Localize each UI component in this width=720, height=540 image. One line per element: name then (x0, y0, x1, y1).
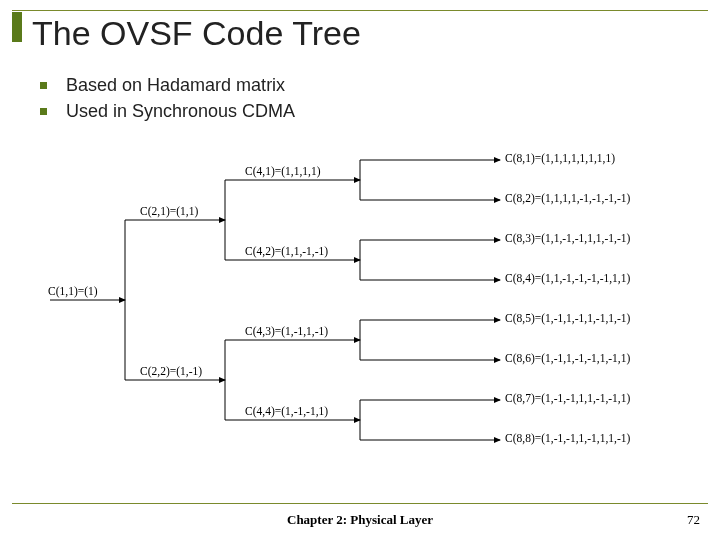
node-c86: C(8,6)=(1,-1,1,-1,-1,1,-1,1) (505, 352, 630, 364)
node-c21: C(2,1)=(1,1) (140, 205, 198, 217)
node-c22: C(2,2)=(1,-1) (140, 365, 202, 377)
node-c84: C(8,4)=(1,1,-1,-1,-1,-1,1,1) (505, 272, 630, 284)
node-c11: C(1,1)=(1) (48, 285, 98, 297)
bullet-marker-icon (40, 82, 47, 89)
node-c41: C(4,1)=(1,1,1,1) (245, 165, 320, 177)
node-c44: C(4,4)=(1,-1,-1,1) (245, 405, 328, 417)
title-accent (12, 12, 22, 42)
node-c88: C(8,8)=(1,-1,-1,1,-1,1,1,-1) (505, 432, 630, 444)
node-c83: C(8,3)=(1,1,-1,-1,1,1,-1,-1) (505, 232, 630, 244)
node-c42: C(4,2)=(1,1,-1,-1) (245, 245, 328, 257)
node-c43: C(4,3)=(1,-1,1,-1) (245, 325, 328, 337)
footer-chapter: Chapter 2: Physical Layer (0, 512, 720, 528)
bullet-text: Based on Hadamard matrix (66, 75, 285, 95)
node-c85: C(8,5)=(1,-1,1,-1,1,-1,1,-1) (505, 312, 630, 324)
bullet-item: Used in Synchronous CDMA (40, 100, 295, 122)
tree-svg (30, 140, 690, 480)
node-c81: C(8,1)=(1,1,1,1,1,1,1,1) (505, 152, 615, 164)
slide-title: The OVSF Code Tree (32, 14, 361, 53)
footer-page-number: 72 (687, 512, 700, 528)
node-c87: C(8,7)=(1,-1,-1,1,1,-1,-1,1) (505, 392, 630, 404)
top-rule (12, 10, 708, 11)
bullet-text: Used in Synchronous CDMA (66, 101, 295, 121)
bullet-marker-icon (40, 108, 47, 115)
bullet-list: Based on Hadamard matrix Used in Synchro… (40, 70, 295, 126)
ovsf-tree-diagram: C(1,1)=(1) C(2,1)=(1,1) C(2,2)=(1,-1) C(… (30, 140, 690, 480)
node-c82: C(8,2)=(1,1,1,1,-1,-1,-1,-1) (505, 192, 630, 204)
bottom-rule (12, 503, 708, 504)
bullet-item: Based on Hadamard matrix (40, 74, 295, 96)
